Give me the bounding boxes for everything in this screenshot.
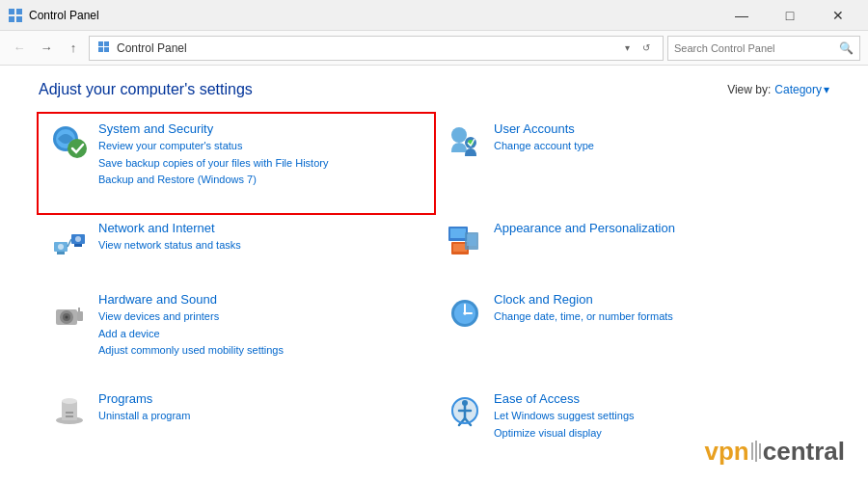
- view-by-label: View by:: [727, 83, 771, 96]
- category-network-internet[interactable]: Network and Internet View network status…: [39, 213, 434, 284]
- svg-rect-1: [16, 9, 22, 14]
- network-internet-title[interactable]: Network and Internet: [98, 221, 422, 235]
- programs-icon: [50, 391, 89, 430]
- back-button[interactable]: ←: [8, 37, 31, 60]
- svg-rect-17: [74, 244, 82, 247]
- appearance-content: Appearance and Personalization: [494, 221, 818, 237]
- svg-rect-5: [104, 41, 109, 46]
- clock-region-title[interactable]: Clock and Region: [494, 292, 818, 307]
- system-security-icon: [50, 121, 89, 160]
- ease-access-link-1[interactable]: Let Windows suggest settings: [494, 408, 818, 425]
- network-internet-link-1[interactable]: View network status and tasks: [98, 237, 422, 254]
- search-box[interactable]: 🔍: [667, 36, 860, 61]
- view-by-control: View by: Category ▾: [727, 83, 829, 96]
- network-internet-content: Network and Internet View network status…: [98, 221, 422, 254]
- address-bar: ← → ↑ Control Panel ▾ ↺ 🔍: [0, 31, 868, 66]
- close-button[interactable]: ✕: [816, 0, 860, 31]
- svg-point-38: [464, 311, 467, 314]
- search-input[interactable]: [674, 42, 835, 54]
- svg-rect-2: [9, 16, 14, 22]
- system-security-link-1[interactable]: Review your computer's status: [98, 138, 422, 155]
- user-accounts-title[interactable]: User Accounts: [494, 121, 818, 136]
- maximize-button[interactable]: □: [768, 0, 812, 31]
- svg-rect-3: [16, 16, 22, 22]
- hardware-sound-link-2[interactable]: Add a device: [98, 326, 422, 343]
- user-accounts-link-1[interactable]: Change account type: [494, 138, 818, 155]
- search-icon: 🔍: [839, 41, 854, 55]
- ease-access-content: Ease of Access Let Windows suggest setti…: [494, 391, 818, 442]
- page-header: Adjust your computer's settings View by:…: [39, 81, 829, 98]
- main-content: Adjust your computer's settings View by:…: [0, 66, 868, 482]
- appearance-icon: [446, 221, 484, 259]
- watermark-central: central: [763, 437, 845, 466]
- programs-link-1[interactable]: Uninstall a program: [98, 408, 422, 425]
- window-title: Control Panel: [29, 9, 719, 22]
- user-accounts-content: User Accounts Change account type: [494, 121, 818, 155]
- svg-rect-26: [467, 234, 476, 246]
- user-accounts-icon: [446, 121, 484, 160]
- ease-access-icon: [446, 391, 484, 430]
- category-clock-region[interactable]: Clock and Region Change date, time, or n…: [434, 284, 829, 384]
- hardware-sound-content: Hardware and Sound View devices and prin…: [98, 292, 422, 360]
- ease-access-title[interactable]: Ease of Access: [494, 391, 818, 406]
- address-controls: ▾ ↺: [618, 40, 655, 57]
- svg-rect-15: [57, 252, 65, 254]
- hardware-sound-link-1[interactable]: View devices and printers: [98, 308, 422, 326]
- svg-point-10: [68, 139, 87, 158]
- svg-point-19: [58, 244, 64, 250]
- page-title: Adjust your computer's settings: [39, 81, 253, 98]
- up-button[interactable]: ↑: [62, 37, 85, 60]
- forward-button[interactable]: →: [35, 37, 58, 60]
- hardware-sound-icon: [50, 292, 89, 331]
- category-user-accounts[interactable]: User Accounts Change account type: [434, 114, 829, 213]
- svg-point-30: [66, 315, 68, 318]
- address-field[interactable]: Control Panel ▾ ↺: [89, 36, 664, 61]
- system-security-link-2[interactable]: Save backup copies of your files with Fi…: [98, 155, 422, 173]
- hardware-sound-title[interactable]: Hardware and Sound: [98, 292, 422, 307]
- svg-rect-6: [98, 47, 103, 52]
- svg-line-18: [68, 239, 71, 247]
- address-path: Control Panel: [117, 41, 618, 55]
- svg-rect-31: [77, 311, 83, 321]
- view-by-value: Category: [774, 83, 822, 96]
- address-dropdown[interactable]: ▾: [618, 40, 636, 57]
- svg-rect-24: [453, 244, 467, 252]
- watermark-bar: [751, 441, 761, 462]
- network-internet-icon: [50, 221, 89, 259]
- category-system-security[interactable]: System and Security Review your computer…: [37, 112, 436, 215]
- clock-region-content: Clock and Region Change date, time, or n…: [494, 292, 818, 326]
- appearance-title[interactable]: Appearance and Personalization: [494, 221, 818, 235]
- svg-rect-4: [98, 41, 103, 46]
- hardware-sound-link-3[interactable]: Adjust commonly used mobility settings: [98, 342, 422, 360]
- category-hardware-sound[interactable]: Hardware and Sound View devices and prin…: [39, 284, 434, 384]
- svg-rect-22: [450, 228, 466, 238]
- watermark-vpn: vpn: [705, 437, 749, 466]
- minimize-button[interactable]: —: [719, 0, 764, 31]
- category-programs[interactable]: Programs Uninstall a program: [39, 384, 434, 467]
- view-by-dropdown[interactable]: Category ▾: [774, 83, 829, 96]
- svg-rect-0: [9, 9, 14, 14]
- system-security-content: System and Security Review your computer…: [98, 121, 422, 189]
- window-controls: — □ ✕: [719, 0, 860, 31]
- category-appearance[interactable]: Appearance and Personalization: [434, 213, 829, 284]
- watermark: vpn central: [705, 437, 846, 467]
- chevron-down-icon: ▾: [824, 83, 829, 96]
- system-security-title[interactable]: System and Security: [98, 121, 422, 136]
- system-security-link-3[interactable]: Backup and Restore (Windows 7): [98, 172, 422, 189]
- address-refresh[interactable]: ↺: [637, 40, 655, 57]
- svg-point-20: [75, 236, 81, 242]
- categories-grid: System and Security Review your computer…: [39, 114, 829, 467]
- title-bar: Control Panel — □ ✕: [0, 0, 868, 31]
- svg-point-11: [451, 127, 467, 143]
- svg-point-41: [62, 398, 77, 404]
- svg-rect-7: [104, 47, 109, 52]
- programs-content: Programs Uninstall a program: [98, 391, 422, 425]
- app-icon: [8, 8, 23, 23]
- clock-region-icon: [446, 292, 484, 331]
- programs-title[interactable]: Programs: [98, 391, 422, 406]
- clock-region-link-1[interactable]: Change date, time, or number formats: [494, 308, 818, 326]
